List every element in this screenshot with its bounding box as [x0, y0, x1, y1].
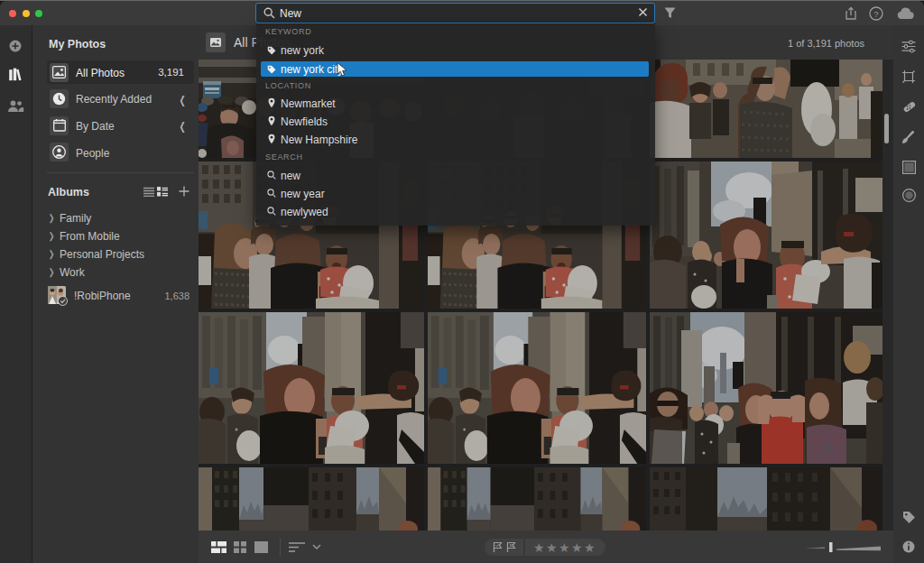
- svg-text:?: ?: [873, 9, 878, 19]
